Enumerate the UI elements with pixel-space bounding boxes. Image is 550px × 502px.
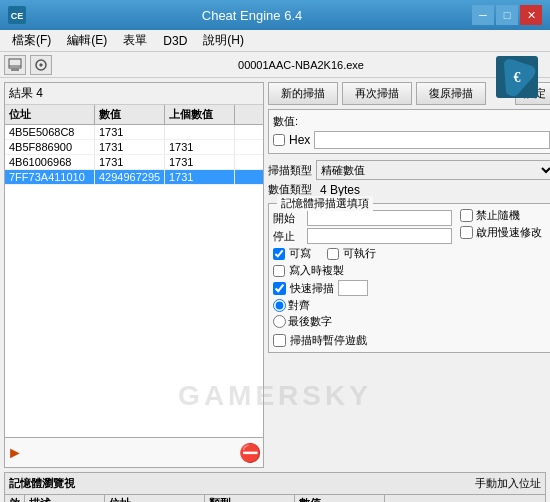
- cell-address-3: 7FF73A411010: [5, 170, 95, 184]
- value-type-value: 4 Bytes: [320, 183, 360, 197]
- executable-label: 可執行: [343, 246, 376, 261]
- scan-options-box: 記憶體掃描選填項 開始 0000000000000000 停止 7FFFFFFF…: [268, 203, 550, 353]
- radio-group: 對齊 最後數字: [273, 298, 332, 329]
- titlebar: CE Cheat Engine 6.4 ─ □ ✕: [0, 0, 550, 30]
- col-val: 數值: [295, 495, 385, 502]
- undo-scan-button[interactable]: 復原掃描: [416, 82, 486, 105]
- cell-value-3: 4294967295: [95, 170, 165, 184]
- process-select-button[interactable]: [4, 55, 26, 75]
- table-row[interactable]: 4B5E5068C8 1731: [5, 125, 263, 140]
- cell-value-2: 1731: [95, 155, 165, 169]
- col-prev-value: 上個數值: [165, 105, 235, 124]
- scan-type-select[interactable]: 精確數值: [316, 160, 550, 180]
- maximize-button[interactable]: □: [496, 5, 518, 25]
- value-main-label: 數值:: [273, 114, 303, 129]
- arrow-icon: ►: [7, 444, 23, 462]
- minimize-button[interactable]: ─: [472, 5, 494, 25]
- enable-slow-label: 啟用慢速修改: [476, 225, 542, 240]
- stop-input[interactable]: 7FFFFFFFFFFF: [307, 228, 452, 244]
- result-count-label: 結果: [9, 86, 33, 100]
- stop-label: 停止: [273, 229, 303, 244]
- fast-scan-row: 快速掃描 4: [273, 280, 452, 296]
- scan-type-section: 掃描類型 精確數值 數值類型 4 Bytes: [268, 160, 550, 197]
- radio-align-input[interactable]: [273, 299, 286, 312]
- value-input[interactable]: 1731: [314, 131, 550, 149]
- close-button[interactable]: ✕: [520, 5, 542, 25]
- process-name: 00001AAC-NBA2K16.exe: [56, 59, 546, 71]
- value-row: 數值:: [273, 114, 550, 129]
- start-row: 開始 0000000000000000: [273, 210, 452, 226]
- main-container: 結果 4 位址 數值 上個數值 4B5E5068C8 1731 4B5F8869…: [0, 78, 550, 472]
- disable-random-label: 禁止隨機: [476, 208, 520, 223]
- rescan-button[interactable]: 再次掃描: [342, 82, 412, 105]
- menu-help[interactable]: 說明(H): [195, 30, 252, 51]
- start-input[interactable]: 0000000000000000: [307, 210, 452, 226]
- window-title: Cheat Engine 6.4: [32, 8, 472, 23]
- table-body: 4B5E5068C8 1731 4B5F886900 1731 1731 4B6…: [5, 125, 263, 245]
- writable-label: 可寫: [289, 246, 311, 261]
- new-scan-button[interactable]: 新的掃描: [268, 82, 338, 105]
- value-type-row: 數值類型 4 Bytes: [268, 182, 550, 197]
- col-desc: 描述: [25, 495, 105, 502]
- table-row-selected[interactable]: 7FF73A411010 4294967295 1731: [5, 170, 263, 185]
- enable-slow-row: 啟用慢速修改: [460, 225, 550, 240]
- table-row[interactable]: 4B5F886900 1731 1731: [5, 140, 263, 155]
- col-addr: 位址: [105, 495, 205, 502]
- menubar: 檔案(F) 編輯(E) 表單 D3D 說明(H): [0, 30, 550, 52]
- fast-scan-input[interactable]: 4: [338, 280, 368, 296]
- pause-label: 掃描時暫停遊戲: [290, 333, 367, 348]
- disable-random-checkbox[interactable]: [460, 209, 473, 222]
- writable-checkbox[interactable]: [273, 248, 285, 260]
- executable-checkbox[interactable]: [327, 248, 339, 260]
- bottom-table-header: 啟動 描述 位址 類型 數值: [5, 495, 545, 502]
- enable-slow-checkbox[interactable]: [460, 226, 473, 239]
- options-right: 禁止隨機 啟用慢速修改: [460, 208, 550, 348]
- fast-scan-checkbox[interactable]: [273, 282, 286, 295]
- scan-type-row: 掃描類型 精確數值: [268, 160, 550, 180]
- col-value: 數值: [95, 105, 165, 124]
- ce-logo: €: [496, 56, 538, 101]
- start-label: 開始: [273, 211, 303, 226]
- hex-checkbox[interactable]: [273, 134, 285, 146]
- left-panel: 結果 4 位址 數值 上個數值 4B5E5068C8 1731 4B5F8869…: [4, 82, 264, 468]
- menu-edit[interactable]: 編輯(E): [59, 30, 115, 51]
- align-row: 對齊 最後數字: [273, 298, 452, 329]
- col-type: 類型: [205, 495, 295, 502]
- stop-row: 停止 7FFFFFFFFFFF: [273, 228, 452, 244]
- hex-label: Hex: [289, 133, 310, 147]
- result-count-value: 4: [36, 86, 43, 100]
- scan-options-title: 記憶體掃描選填項: [277, 196, 373, 211]
- options-left: 開始 0000000000000000 停止 7FFFFFFFFFFF 可寫 可…: [273, 208, 452, 348]
- disable-random-row: 禁止隨機: [460, 208, 550, 223]
- result-count-bar: 結果 4: [5, 83, 263, 105]
- col-address: 位址: [5, 105, 95, 124]
- menu-form[interactable]: 表單: [115, 30, 155, 51]
- pause-checkbox[interactable]: [273, 334, 286, 347]
- cell-value-0: 1731: [95, 125, 165, 139]
- svg-rect-2: [9, 59, 21, 68]
- radio-last-digit: 最後數字: [273, 314, 332, 329]
- cell-prev-2: 1731: [165, 155, 235, 169]
- bottom-panel: 記憶體瀏覽視 手動加入位址 啟動 描述 位址 類型 數值 技能點數 7FF73A…: [4, 472, 546, 502]
- add-address-label[interactable]: 手動加入位址: [475, 476, 541, 491]
- cell-prev-0: [165, 125, 235, 139]
- cell-address-0: 4B5E5068C8: [5, 125, 95, 139]
- table-row[interactable]: 4B61006968 1731 1731: [5, 155, 263, 170]
- stop-icon: ⛔: [239, 442, 261, 464]
- hex-row: Hex 1731: [273, 131, 550, 149]
- copy-on-write-row: 寫入時複製: [273, 263, 452, 278]
- svg-text:€: €: [514, 70, 521, 85]
- menu-d3d[interactable]: D3D: [155, 32, 195, 50]
- copy-on-write-checkbox[interactable]: [273, 265, 285, 277]
- cell-address-2: 4B61006968: [5, 155, 95, 169]
- options-inner: 開始 0000000000000000 停止 7FFFFFFFFFFF 可寫 可…: [273, 208, 550, 348]
- writable-row: 可寫 可執行: [273, 246, 452, 261]
- radio-last-digit-input[interactable]: [273, 315, 286, 328]
- cell-prev-3: 1731: [165, 170, 235, 184]
- bottom-header: 記憶體瀏覽視 手動加入位址: [5, 473, 545, 495]
- pause-row: 掃描時暫停遊戲: [273, 333, 452, 348]
- menu-file[interactable]: 檔案(F): [4, 30, 59, 51]
- process-icon-2[interactable]: [30, 55, 52, 75]
- align-label: 對齊: [288, 298, 310, 313]
- right-panel: 新的掃描 再次掃描 復原掃描 設定 數值: Hex 1731 掃描類型 精確數值…: [268, 82, 550, 468]
